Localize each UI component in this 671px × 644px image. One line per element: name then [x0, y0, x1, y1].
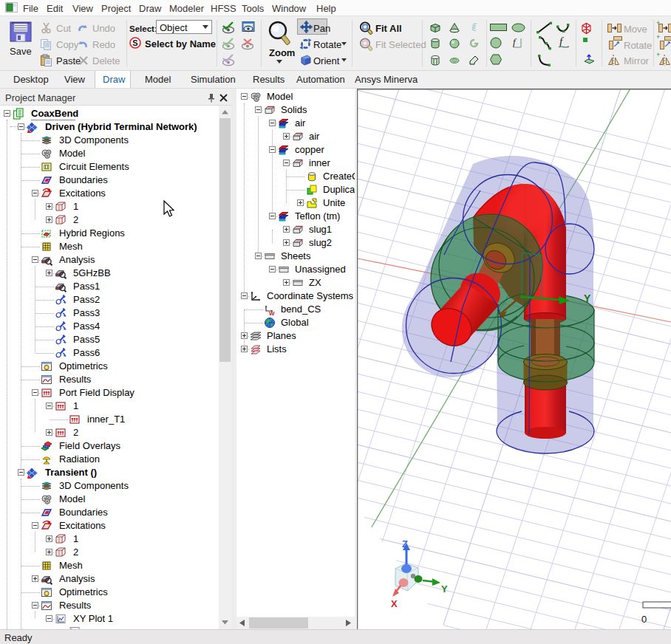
- svg-text:Z: Z: [402, 538, 408, 549]
- svg-text:X: X: [391, 598, 398, 609]
- svg-text:Y: Y: [441, 583, 448, 595]
- svg-text:0: 0: [641, 614, 647, 625]
- svg-text:W: W: [269, 310, 275, 316]
- svg-text:Y: Y: [584, 292, 591, 304]
- svg-text:S: S: [132, 38, 137, 47]
- svg-text:f: f: [559, 35, 564, 47]
- svg-text:f: f: [513, 36, 517, 47]
